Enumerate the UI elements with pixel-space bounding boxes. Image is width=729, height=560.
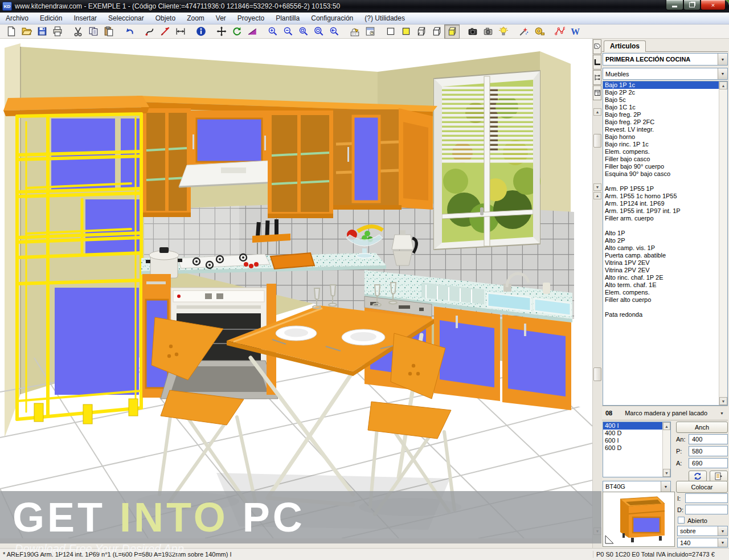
list-item[interactable]: Arm. 1P55 int. 1P97 int. 1P [603, 207, 719, 215]
chevron-down-icon[interactable]: ▼ [718, 54, 727, 65]
strip-scroll-thumb-top[interactable] [593, 134, 601, 148]
info-icon[interactable] [193, 24, 208, 39]
title-bar[interactable]: KD www.kitchendraw.com - EXEMPLE 1 - (Có… [0, 0, 729, 13]
section-select[interactable]: Muebles ▼ [603, 68, 728, 80]
word-export-icon[interactable]: W [567, 24, 583, 39]
chevron-down-icon[interactable]: ▼ [720, 411, 728, 415]
list-item[interactable]: Bajo 5c [603, 96, 719, 104]
cube-wireframe-icon[interactable] [413, 24, 429, 39]
square-wireframe-icon[interactable] [383, 24, 398, 39]
chevron-down-icon[interactable]: ▼ [661, 481, 670, 492]
list-item[interactable]: Bajo 2P 2c [603, 89, 719, 96]
scroll-down-icon[interactable]: ▼ [719, 397, 727, 405]
strip-scroll-down-icon[interactable]: ▼ [593, 183, 601, 191]
refresh-button[interactable] [689, 471, 707, 482]
menu-item[interactable]: Configuración [305, 13, 359, 23]
details-button[interactable] [710, 471, 728, 482]
zoom-out-icon[interactable] [280, 24, 296, 39]
list-item[interactable]: Puerta camp. abatible [603, 252, 719, 259]
menu-item[interactable]: Proyecto [232, 13, 270, 23]
list-item[interactable]: Alto rinc. chaf. 1P 2E [603, 274, 719, 281]
catalog-select[interactable]: PRIMERA LECCIÓN COCINA ▼ [603, 53, 728, 66]
zoom-all-icon[interactable] [311, 24, 326, 39]
catalog-list-scrollbar[interactable]: ▲ ▼ [719, 81, 727, 405]
chevron-down-icon[interactable]: ▼ [718, 68, 727, 79]
list-item[interactable]: Revest. LV integr. [603, 126, 719, 133]
strip-scroll-up-icon[interactable]: ▲ [593, 108, 601, 116]
list-item[interactable]: Esquina 90° bajo casco [603, 170, 719, 178]
list-item[interactable]: Bajo 1C 1c [603, 104, 719, 111]
scroll-up-icon[interactable]: ▲ [663, 422, 670, 430]
menu-item[interactable]: Archivo [0, 13, 34, 23]
chevron-down-icon[interactable]: ▼ [718, 538, 727, 547]
menu-item[interactable]: Seleccionar [103, 13, 150, 23]
list-item[interactable]: Bajo freg. 2P [603, 111, 719, 118]
list-item[interactable]: Arm. PP 1P55 1P [603, 185, 719, 193]
list-item[interactable]: Filler bajo 90° cuerpo [603, 163, 719, 170]
list-item[interactable]: Vitrina 1PV 2EV [603, 259, 719, 267]
light-bulb-icon[interactable] [495, 24, 511, 39]
elevation-view-icon[interactable] [362, 24, 378, 39]
save-icon[interactable] [34, 24, 50, 39]
list-item[interactable] [603, 222, 719, 230]
paste-icon[interactable] [101, 24, 116, 39]
cut-icon[interactable] [70, 24, 85, 39]
kitchen-3d-view[interactable]: ◄ ► [0, 39, 592, 538]
list-item[interactable]: Filler arm. cuerpo [603, 215, 719, 222]
list-item[interactable]: Bajo rinc. 1P 1c [603, 141, 719, 148]
variant-item[interactable]: 600 D [603, 444, 662, 452]
menu-item[interactable]: Insertar [68, 13, 103, 23]
new-document-icon[interactable] [3, 24, 19, 39]
list-item[interactable]: Bajo 1P 1c [603, 81, 719, 89]
plan-lamp-view-icon[interactable] [347, 24, 362, 39]
list-item[interactable]: Filler alto cuerpo [603, 296, 719, 304]
list-item[interactable] [603, 304, 719, 311]
field-an-input[interactable]: 400 [689, 434, 728, 444]
tag-icon[interactable] [593, 39, 601, 54]
list-item[interactable]: Filler bajo casco [603, 156, 719, 163]
list-item[interactable]: Alto 1P [603, 230, 719, 237]
over-select[interactable]: sobre ▼ [677, 526, 728, 536]
corner-icon[interactable] [593, 55, 601, 70]
window[interactable] [434, 71, 540, 250]
menu-item[interactable]: Edición [34, 13, 68, 23]
copy-icon[interactable] [85, 24, 101, 39]
cabinet-icon[interactable] [593, 85, 601, 100]
freehand-curve-icon[interactable] [142, 24, 157, 39]
field-a-input[interactable]: 690 [689, 458, 728, 468]
width-button[interactable]: Anch [676, 422, 728, 433]
menu-item[interactable]: Plantilla [270, 13, 305, 23]
zoom-previous-icon[interactable] [326, 24, 342, 39]
field-p-input[interactable]: 580 [689, 446, 728, 456]
rotate-icon[interactable] [229, 24, 244, 39]
menu-item[interactable]: Objeto [150, 13, 181, 23]
list-item[interactable]: Alto camp. vis. 1P [603, 244, 719, 252]
cube-shaded-icon[interactable] [444, 24, 460, 39]
open-checkbox[interactable] [678, 517, 685, 524]
variant-item[interactable]: 400 I [603, 422, 662, 430]
place-button[interactable]: Colocar [676, 481, 728, 493]
dimension-icon[interactable] [173, 24, 188, 39]
render-camera-icon[interactable] [465, 24, 480, 39]
model-select[interactable]: BT40G ▼ [603, 481, 671, 492]
restore-button[interactable] [683, 0, 701, 10]
move-icon[interactable] [214, 24, 229, 39]
variant-list-scrollbar[interactable]: ▲ ▼ [662, 422, 670, 477]
close-button[interactable]: × [701, 0, 726, 10]
scroll-up-icon[interactable]: ▲ [719, 81, 727, 89]
list-item[interactable]: Vitrina 2PV 2EV [603, 267, 719, 274]
d-input[interactable] [685, 505, 728, 514]
catalog-list[interactable]: Bajo 1P 1cBajo 2P 2cBajo 5cBajo 1C 1cBaj… [603, 81, 728, 406]
zoom-in-icon[interactable] [265, 24, 280, 39]
menu-item[interactable]: Ver [210, 13, 232, 23]
list-item[interactable]: Arm. 1P124 int. 1P69 [603, 200, 719, 207]
open-folder-icon[interactable] [19, 24, 34, 39]
cube-hidden-lines-icon[interactable] [429, 24, 444, 39]
camera-icon[interactable] [480, 24, 495, 39]
list-item[interactable]: Bajo freg. 2P 2FC [603, 118, 719, 126]
tape-measure-icon[interactable] [531, 24, 547, 39]
menu-item[interactable]: (?) Utilidades [359, 13, 411, 23]
list-item[interactable]: Elem. compens. [603, 289, 719, 296]
variant-item[interactable]: 400 D [603, 430, 662, 437]
list-item[interactable]: Arm. 1P55 1c horno 1P55 [603, 193, 719, 200]
